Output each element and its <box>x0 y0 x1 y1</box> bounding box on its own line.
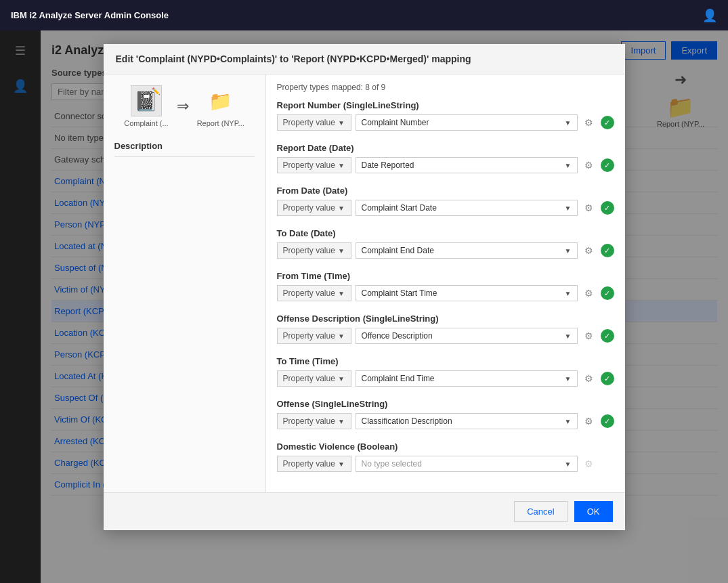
mapping-row: Property value ▼ No type selected ▼ ⚙ <box>277 456 614 472</box>
mapping-row: Property value ▼ Complaint End Time ▼ ⚙ … <box>277 370 614 387</box>
section-title: Offense Description (SingleLineString) <box>277 314 614 324</box>
source-type-select-6[interactable]: Property value ▼ <box>277 370 351 387</box>
section-title: From Date (Date) <box>277 186 614 196</box>
settings-icon-0[interactable]: ⚙ <box>582 115 597 130</box>
section-title: Offense (SingleLineString) <box>277 399 614 409</box>
ok-button[interactable]: OK <box>574 501 613 522</box>
mapping-section-7: Offense (SingleLineString) Property valu… <box>277 399 614 429</box>
status-icon-2: ✓ <box>601 201 614 215</box>
target-value-select-4[interactable]: Complaint Start Time ▼ <box>356 285 578 301</box>
cancel-button[interactable]: Cancel <box>514 501 567 522</box>
modal-right-panel: Property types mapped: 8 of 9 Report Num… <box>266 74 625 492</box>
modal-body: 📓 ✏️ Complaint (... ⇒ 📁 Report (NYP... D… <box>104 74 625 492</box>
settings-icon-5[interactable]: ⚙ <box>582 328 597 343</box>
target-value-select-0[interactable]: Complaint Number ▼ <box>356 114 578 131</box>
mapping-section-6: To Time (Time) Property value ▼ Complain… <box>277 356 614 387</box>
section-title: To Time (Time) <box>277 356 614 366</box>
folder-icon: 📁 <box>205 85 236 116</box>
settings-icon-8: ⚙ <box>582 456 597 471</box>
settings-icon-2[interactable]: ⚙ <box>582 200 597 215</box>
mapping-section-2: From Date (Date) Property value ▼ Compla… <box>277 186 614 216</box>
mapping-row: Property value ▼ Complaint End Date ▼ ⚙ … <box>277 242 614 259</box>
modal-title: Edit 'Complaint (NYPD•Complaints)' to 'R… <box>116 53 471 64</box>
source-icon-box: 📓 ✏️ Complaint (... <box>124 85 168 127</box>
status-icon-3: ✓ <box>601 244 614 257</box>
settings-icon-6[interactable]: ⚙ <box>582 371 597 386</box>
status-icon-5: ✓ <box>601 329 614 343</box>
target-label: Report (NYP... <box>197 119 244 127</box>
section-title: To Date (Date) <box>277 228 614 238</box>
source-icons: 📓 ✏️ Complaint (... ⇒ 📁 Report (NYP... <box>124 85 244 127</box>
mapping-row: Property value ▼ Complaint Start Date ▼ … <box>277 200 614 216</box>
status-icon-empty-8 <box>601 457 614 471</box>
modal-overlay: Edit 'Complaint (NYPD•Complaints)' to 'R… <box>0 30 728 583</box>
settings-icon-7[interactable]: ⚙ <box>582 414 597 429</box>
mapped-count: Property types mapped: 8 of 9 <box>277 83 614 92</box>
section-title: Domestic Violence (Boolean) <box>277 441 614 452</box>
mapping-section-8: Domestic Violence (Boolean) Property val… <box>277 441 614 472</box>
status-icon-6: ✓ <box>601 372 614 385</box>
mapping-section-3: To Date (Date) Property value ▼ Complain… <box>277 228 614 259</box>
status-icon-7: ✓ <box>601 414 614 428</box>
mapping-section-1: Report Date (Date) Property value ▼ Date… <box>277 143 614 173</box>
modal-dialog: Edit 'Complaint (NYPD•Complaints)' to 'R… <box>104 44 625 530</box>
source-type-select-4[interactable]: Property value ▼ <box>277 285 351 301</box>
status-icon-0: ✓ <box>601 116 614 129</box>
source-type-select-2[interactable]: Property value ▼ <box>277 200 351 216</box>
target-value-select-5[interactable]: Offence Description ▼ <box>356 328 578 344</box>
source-label: Complaint (... <box>124 119 168 127</box>
target-icon-box: 📁 Report (NYP... <box>197 85 244 127</box>
status-icon-4: ✓ <box>601 286 614 300</box>
source-type-select-7[interactable]: Property value ▼ <box>277 413 351 429</box>
source-type-select-0[interactable]: Property value ▼ <box>277 114 351 131</box>
status-icon-1: ✓ <box>601 158 614 172</box>
arrow-right-icon: ⇒ <box>177 98 189 115</box>
description-label: Description <box>114 141 163 151</box>
source-type-select-5[interactable]: Property value ▼ <box>277 328 351 344</box>
settings-icon-1[interactable]: ⚙ <box>582 158 597 173</box>
source-type-select-1[interactable]: Property value ▼ <box>277 157 351 173</box>
target-value-select-2[interactable]: Complaint Start Date ▼ <box>356 200 578 216</box>
mapping-row: Property value ▼ Offence Description ▼ ⚙… <box>277 328 614 344</box>
section-title: From Time (Time) <box>277 271 614 281</box>
top-bar: IBM i2 Analyze Server Admin Console 👤 <box>0 0 728 30</box>
target-value-select-8[interactable]: No type selected ▼ <box>356 456 578 472</box>
mapping-row: Property value ▼ Date Reported ▼ ⚙ ✓ <box>277 157 614 173</box>
target-value-select-6[interactable]: Complaint End Time ▼ <box>356 370 578 387</box>
modal-footer: Cancel OK <box>104 492 625 530</box>
modal-left-panel: 📓 ✏️ Complaint (... ⇒ 📁 Report (NYP... D… <box>104 74 266 492</box>
mapping-row: Property value ▼ Complaint Number ▼ ⚙ ✓ <box>277 114 614 131</box>
target-value-select-3[interactable]: Complaint End Date ▼ <box>356 242 578 259</box>
user-icon[interactable]: 👤 <box>702 8 717 23</box>
settings-icon-4[interactable]: ⚙ <box>582 286 597 301</box>
mapping-row: Property value ▼ Complaint Start Time ▼ … <box>277 285 614 301</box>
source-type-select-3[interactable]: Property value ▼ <box>277 242 351 259</box>
app-title: IBM i2 Analyze Server Admin Console <box>11 10 169 20</box>
source-type-select-8[interactable]: Property value ▼ <box>277 456 351 472</box>
notebook-icon: 📓 ✏️ <box>131 85 162 116</box>
settings-icon-3[interactable]: ⚙ <box>582 243 597 258</box>
mapping-section-4: From Time (Time) Property value ▼ Compla… <box>277 271 614 301</box>
mapping-section-5: Offense Description (SingleLineString) P… <box>277 314 614 344</box>
section-title: Report Number (SingleLineString) <box>277 100 614 110</box>
main-content: ☰ 👤 i2 Analyz... Import Export Source ty… <box>0 30 728 583</box>
target-value-select-1[interactable]: Date Reported ▼ <box>356 157 578 173</box>
mapping-section-0: Report Number (SingleLineString) Propert… <box>277 100 614 131</box>
modal-header: Edit 'Complaint (NYPD•Complaints)' to 'R… <box>104 44 625 74</box>
mapping-row: Property value ▼ Classification Descript… <box>277 413 614 429</box>
target-value-select-7[interactable]: Classification Description ▼ <box>356 413 578 429</box>
section-title: Report Date (Date) <box>277 143 614 153</box>
